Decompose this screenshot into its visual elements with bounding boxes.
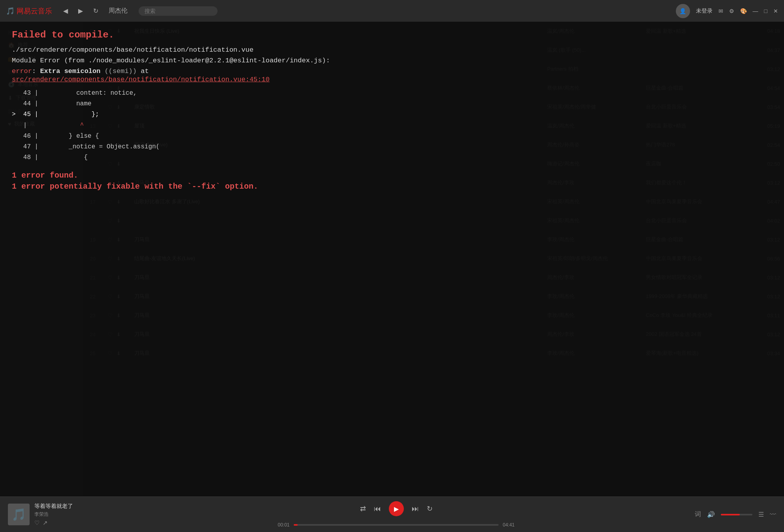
- settings-icon[interactable]: ⚙: [729, 8, 734, 14]
- nav-title: 周杰伦: [105, 6, 131, 16]
- error-at: at: [137, 67, 149, 75]
- error-colon: :: [32, 67, 40, 75]
- like-icon[interactable]: ♡: [34, 519, 39, 526]
- maximize-button[interactable]: □: [764, 8, 767, 14]
- lyrics-icon[interactable]: 词: [695, 510, 701, 519]
- volume-fill: [721, 514, 740, 515]
- error-module: Module Error (from ./node_modules/_eslin…: [12, 57, 772, 64]
- next-button[interactable]: ⏭: [412, 505, 419, 513]
- time-total: 04:41: [503, 522, 514, 528]
- prev-button[interactable]: ⏮: [374, 505, 381, 513]
- track-artist: 李荣浩: [34, 511, 90, 518]
- error-header: Failed to compile.: [12, 30, 772, 40]
- error-label-line: error: Extra semicolon ((semi)) at: [12, 67, 772, 75]
- progress-fill: [294, 524, 298, 526]
- error-footer: 1 error found. 1 error potentially fixab…: [12, 171, 772, 191]
- repeat-button[interactable]: ↻: [427, 504, 433, 513]
- track-action-icons: ♡ ↗: [34, 519, 90, 526]
- nav-back-button[interactable]: ◀: [60, 6, 71, 16]
- player-buttons: ⇄ ⏮ ▶ ⏭ ↻: [360, 501, 433, 516]
- app-name: 网易云音乐: [17, 7, 52, 15]
- share-icon[interactable]: ↗: [43, 519, 48, 526]
- nav-forward-button[interactable]: ▶: [75, 6, 86, 16]
- error-fix: 1 error potentially fixable with the `--…: [12, 182, 772, 191]
- player-right: 词 🔊 ☰ 〰: [695, 510, 776, 519]
- play-button[interactable]: ▶: [389, 501, 404, 516]
- login-button[interactable]: 未登录: [696, 7, 713, 15]
- error-keyword: error: [12, 67, 32, 75]
- titlebar-right: 👤 未登录 ✉ ⚙ 🎨 — □ ✕: [676, 4, 778, 18]
- progress-bar[interactable]: [294, 524, 499, 526]
- player-bar: 🎵 等着等着就老了 李荣浩 ♡ ↗ ⇄ ⏮ ▶ ⏭ ↻ 00:01 04:41 …: [0, 496, 784, 532]
- error-path: ./src/renderer/components/base/notificat…: [12, 46, 772, 54]
- message-icon[interactable]: ✉: [718, 8, 723, 14]
- app-logo: 🎵 网易云音乐: [6, 6, 52, 16]
- code-line: 46 | } else {: [12, 131, 772, 142]
- titlebar: 🎵 网易云音乐 ◀ ▶ ↻ 周杰伦 👤 未登录 ✉ ⚙ 🎨 — □ ✕: [0, 0, 784, 22]
- playlist-icon[interactable]: ☰: [758, 511, 764, 518]
- code-block: 43 | content: notice, 44 | name> 45 | };…: [12, 88, 772, 163]
- code-line: > 45 | };: [12, 109, 772, 120]
- nav-controls: ◀ ▶ ↻ 周杰伦: [60, 6, 131, 16]
- player-progress: 00:01 04:41: [278, 522, 515, 528]
- avatar: 👤: [676, 4, 690, 18]
- error-desc-semi: ((semi)): [100, 67, 137, 75]
- error-desc-bold: Extra semicolon: [40, 67, 100, 75]
- track-info: 等着等着就老了 李荣浩 ♡ ↗: [34, 503, 90, 526]
- code-line: 43 | content: notice,: [12, 88, 772, 99]
- nav-refresh-button[interactable]: ↻: [90, 6, 101, 16]
- album-art: 🎵: [8, 504, 30, 525]
- shuffle-button[interactable]: ⇄: [360, 504, 366, 513]
- waveform-icon[interactable]: 〰: [770, 511, 776, 518]
- code-line: 44 | name: [12, 99, 772, 109]
- volume-bar[interactable]: [721, 514, 752, 515]
- error-count: 1 error found.: [12, 171, 772, 180]
- track-name: 等着等着就老了: [34, 503, 90, 510]
- error-overlay: Failed to compile. ./src/renderer/compon…: [0, 22, 784, 496]
- time-current: 00:01: [278, 522, 290, 528]
- volume-icon[interactable]: 🔊: [707, 511, 715, 518]
- error-location: src/renderer/components/base/notificatio…: [12, 76, 772, 83]
- search-input[interactable]: [139, 6, 218, 16]
- code-line: 47 | _notice = Object.assign(: [12, 142, 772, 152]
- code-line: 48 | {: [12, 152, 772, 163]
- skin-icon[interactable]: 🎨: [740, 8, 747, 14]
- minimize-button[interactable]: —: [753, 8, 758, 14]
- code-line: | ^: [12, 120, 772, 131]
- player-controls: ⇄ ⏮ ▶ ⏭ ↻ 00:01 04:41: [98, 501, 695, 528]
- close-button[interactable]: ✕: [773, 8, 778, 14]
